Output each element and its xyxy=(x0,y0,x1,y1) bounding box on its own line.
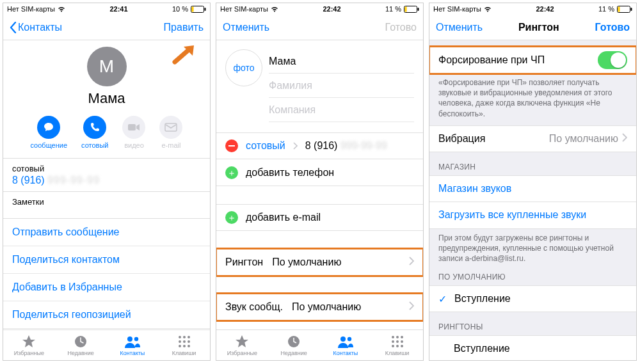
phone-field[interactable]: сотовый 8 (916) 999-99-99 xyxy=(3,159,210,191)
last-name-input[interactable]: Фамилия xyxy=(269,74,414,98)
svg-point-10 xyxy=(188,336,190,338)
emergency-bypass-row[interactable]: Форсирование при ЧП xyxy=(429,47,636,74)
svg-point-32 xyxy=(401,345,403,347)
phone-icon xyxy=(89,122,100,133)
svg-point-12 xyxy=(183,340,186,343)
phone-row[interactable]: сотовый 8 (916) 999-99-99 xyxy=(216,132,423,159)
add-photo-button[interactable]: фото xyxy=(225,49,262,86)
nav-bar: Контакты Править xyxy=(3,15,210,40)
tone-store-link[interactable]: Магазин звуков xyxy=(429,175,636,202)
tab-contacts[interactable]: Контакты xyxy=(107,330,159,360)
done-button[interactable]: Готово xyxy=(595,22,630,33)
share-location-link[interactable]: Поделиться геопозицией xyxy=(3,301,210,329)
svg-point-29 xyxy=(401,340,403,343)
contact-name: Мама xyxy=(88,90,125,107)
add-phone-row[interactable]: ＋ добавить телефон xyxy=(216,159,423,186)
tab-recents[interactable]: Недавние xyxy=(55,330,107,360)
status-bar: Нет SIM-карты 22:42 11 % xyxy=(429,3,636,15)
svg-point-23 xyxy=(348,336,351,340)
tab-favorites[interactable]: Избранные xyxy=(3,330,55,360)
chevron-right-icon xyxy=(622,133,627,142)
first-name-input[interactable]: Мама xyxy=(269,49,414,74)
notes-field[interactable]: Заметки xyxy=(3,192,210,212)
cancel-button[interactable]: Отменить xyxy=(436,22,483,33)
store-footer: При этом будут загружены все рингтоны и … xyxy=(429,229,636,271)
status-bar: Нет SIM-карты 22:42 11 % xyxy=(216,3,423,15)
store-header: МАГАЗИН xyxy=(429,152,636,175)
chevron-right-icon xyxy=(293,142,298,150)
svg-point-30 xyxy=(392,345,394,347)
download-purchased-link[interactable]: Загрузить все купленные звуки xyxy=(429,202,636,229)
svg-point-26 xyxy=(401,336,403,338)
battery-icon xyxy=(191,6,206,13)
share-contact-link[interactable]: Поделиться контактом xyxy=(3,246,210,274)
nav-title: Рингтон xyxy=(518,22,559,33)
add-icon: ＋ xyxy=(225,211,238,224)
chevron-right-icon xyxy=(409,257,414,265)
default-header: ПО УМОЛЧАНИЮ xyxy=(429,270,636,285)
contact-card-screen: Нет SIM-карты 22:41 10 % Контакты Правит… xyxy=(3,3,211,361)
clock-icon xyxy=(74,335,88,349)
svg-point-11 xyxy=(179,340,181,343)
contacts-icon xyxy=(124,335,141,349)
svg-point-7 xyxy=(134,336,138,340)
svg-rect-34 xyxy=(618,6,620,12)
video-icon xyxy=(127,123,140,132)
tab-favorites[interactable]: Избранные xyxy=(216,330,268,360)
wifi-icon xyxy=(58,6,65,12)
annotation-arrow-icon xyxy=(171,43,198,66)
add-icon: ＋ xyxy=(225,166,238,179)
ringtone-row[interactable]: Рингтон По умолчанию xyxy=(216,249,423,276)
nav-bar: Отменить Рингтон Готово xyxy=(429,15,636,40)
svg-point-6 xyxy=(127,336,132,342)
chevron-left-icon xyxy=(10,22,17,33)
tab-keypad[interactable]: Клавиши xyxy=(371,330,423,360)
battery-percent: 10 % xyxy=(172,5,188,13)
svg-point-8 xyxy=(179,336,181,338)
tab-keypad[interactable]: Клавиши xyxy=(158,330,210,360)
delete-icon[interactable] xyxy=(225,139,238,152)
checkmark-icon: ✓ xyxy=(438,293,447,305)
texttone-row[interactable]: Звук сообщ. По умолчанию xyxy=(216,294,423,320)
svg-point-25 xyxy=(396,336,399,338)
back-button[interactable]: Контакты xyxy=(10,22,62,33)
tab-recents[interactable]: Недавние xyxy=(268,330,320,360)
emergency-footer: «Форсирование при ЧП» позволяет получать… xyxy=(429,74,636,125)
cancel-button[interactable]: Отменить xyxy=(223,22,269,33)
battery-icon xyxy=(404,6,419,13)
svg-point-9 xyxy=(183,336,186,338)
add-email-row[interactable]: ＋ добавить e-mail xyxy=(216,204,423,231)
wifi-icon xyxy=(484,6,492,12)
company-input[interactable]: Компания xyxy=(269,98,414,122)
star-icon xyxy=(21,335,36,349)
add-favorite-link[interactable]: Добавить в Избранные xyxy=(3,274,210,301)
edit-contact-screen: Нет SIM-карты 22:42 11 % Отменить Готово… xyxy=(216,3,424,361)
svg-rect-2 xyxy=(204,8,205,11)
svg-point-13 xyxy=(188,340,190,343)
vibration-row[interactable]: Вибрация По умолчанию xyxy=(429,125,636,152)
keypad-icon xyxy=(177,335,191,349)
svg-rect-19 xyxy=(417,8,419,11)
done-button[interactable]: Готово xyxy=(385,22,417,33)
message-action[interactable]: сообщение xyxy=(31,116,68,149)
tab-contacts[interactable]: Контакты xyxy=(320,330,372,360)
status-bar: Нет SIM-карты 22:41 10 % xyxy=(3,3,210,15)
send-message-link[interactable]: Отправить сообщение xyxy=(3,219,210,246)
call-action[interactable]: сотовый xyxy=(81,116,108,149)
default-ringtone-row[interactable]: ✓ Вступление xyxy=(429,285,636,312)
svg-point-22 xyxy=(340,336,346,342)
tab-bar: Избранные Недавние Контакты Клавиши xyxy=(3,329,210,360)
svg-rect-20 xyxy=(228,145,235,146)
svg-point-28 xyxy=(396,340,399,343)
svg-rect-3 xyxy=(128,124,136,131)
mail-icon xyxy=(164,123,177,132)
svg-point-16 xyxy=(188,345,190,347)
svg-rect-18 xyxy=(404,6,406,12)
battery-icon xyxy=(617,6,632,13)
edit-button[interactable]: Править xyxy=(164,22,204,33)
ringtone-item[interactable]: Вступление xyxy=(429,335,636,360)
wifi-icon xyxy=(271,6,278,12)
clock-label: 22:41 xyxy=(109,5,127,13)
carrier-label: Нет SIM-карты xyxy=(7,5,55,13)
emergency-bypass-switch[interactable] xyxy=(598,51,627,69)
